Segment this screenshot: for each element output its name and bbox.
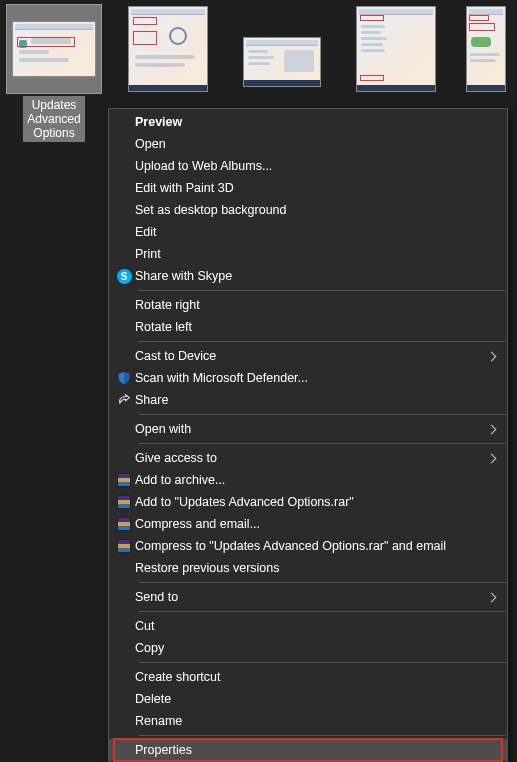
- menu-create-shortcut[interactable]: Create shortcut: [109, 666, 507, 688]
- menu-compress-rar-email[interactable]: Compress to "Updates Advanced Options.ra…: [109, 535, 507, 557]
- menu-restore-versions[interactable]: Restore previous versions: [109, 557, 507, 579]
- thumbnail-label: Updates Advanced Options: [23, 96, 84, 142]
- thumbnail-image: [12, 21, 96, 77]
- menu-label: Restore previous versions: [135, 561, 499, 575]
- menu-label: Preview: [135, 115, 499, 129]
- winrar-icon: [117, 517, 131, 531]
- menu-send-to[interactable]: Send to: [109, 586, 507, 608]
- winrar-icon: [117, 473, 131, 487]
- menu-label: Rotate right: [135, 298, 499, 312]
- menu-label: Upload to Web Albums...: [135, 159, 499, 173]
- menu-set-wallpaper[interactable]: Set as desktop background: [109, 199, 507, 221]
- menu-separator: [139, 341, 506, 342]
- chevron-right-icon: [487, 424, 497, 434]
- thumbnail-image: [128, 6, 208, 92]
- menu-label: Edit: [135, 225, 499, 239]
- thumbnail-image: [356, 6, 436, 92]
- thumbnail-image: [243, 37, 321, 87]
- menu-copy[interactable]: Copy: [109, 637, 507, 659]
- menu-label: Copy: [135, 641, 499, 655]
- menu-label: Share: [135, 393, 499, 407]
- menu-label: Rotate left: [135, 320, 499, 334]
- menu-label: Scan with Microsoft Defender...: [135, 371, 499, 385]
- menu-add-to-archive[interactable]: Add to archive...: [109, 469, 507, 491]
- thumbnail-item[interactable]: [462, 4, 510, 94]
- menu-label: Compress to "Updates Advanced Options.ra…: [135, 539, 499, 553]
- winrar-icon: [117, 495, 131, 509]
- chevron-right-icon: [487, 453, 497, 463]
- winrar-icon: [117, 539, 131, 553]
- shield-icon: [117, 371, 131, 385]
- menu-cast-to-device[interactable]: Cast to Device: [109, 345, 507, 367]
- menu-separator: [139, 414, 506, 415]
- menu-label: Edit with Paint 3D: [135, 181, 499, 195]
- menu-label: Set as desktop background: [135, 203, 499, 217]
- menu-give-access-to[interactable]: Give access to: [109, 447, 507, 469]
- menu-label: Open with: [135, 422, 488, 436]
- menu-label: Create shortcut: [135, 670, 499, 684]
- menu-edit[interactable]: Edit: [109, 221, 507, 243]
- chevron-right-icon: [487, 592, 497, 602]
- menu-preview[interactable]: Preview: [109, 111, 507, 133]
- menu-separator: [139, 662, 506, 663]
- skype-icon: [117, 269, 132, 284]
- thumbnail-item[interactable]: [234, 4, 330, 94]
- menu-compress-email[interactable]: Compress and email...: [109, 513, 507, 535]
- menu-label: Send to: [135, 590, 488, 604]
- menu-label: Delete: [135, 692, 499, 706]
- menu-label: Share with Skype: [135, 269, 499, 283]
- menu-open[interactable]: Open: [109, 133, 507, 155]
- thumbnail-item[interactable]: [120, 4, 216, 94]
- menu-separator: [139, 735, 506, 736]
- thumbnail-item[interactable]: [348, 4, 444, 94]
- menu-rename[interactable]: Rename: [109, 710, 507, 732]
- menu-label: Add to archive...: [135, 473, 499, 487]
- menu-upload-web-albums[interactable]: Upload to Web Albums...: [109, 155, 507, 177]
- menu-delete[interactable]: Delete: [109, 688, 507, 710]
- menu-label: Give access to: [135, 451, 488, 465]
- menu-print[interactable]: Print: [109, 243, 507, 265]
- menu-label: Open: [135, 137, 499, 151]
- share-icon: [117, 393, 131, 407]
- menu-separator: [139, 611, 506, 612]
- menu-label: Cut: [135, 619, 499, 633]
- context-menu: Preview Open Upload to Web Albums... Edi…: [108, 108, 508, 762]
- thumbnail-selected[interactable]: Updates Advanced Options: [6, 4, 102, 142]
- menu-rotate-right[interactable]: Rotate right: [109, 294, 507, 316]
- menu-share[interactable]: Share: [109, 389, 507, 411]
- menu-label: Properties: [135, 743, 499, 757]
- menu-label: Cast to Device: [135, 349, 488, 363]
- menu-cut[interactable]: Cut: [109, 615, 507, 637]
- menu-label: Add to "Updates Advanced Options.rar": [135, 495, 499, 509]
- menu-separator: [139, 290, 506, 291]
- chevron-right-icon: [487, 351, 497, 361]
- menu-label: Compress and email...: [135, 517, 499, 531]
- menu-separator: [139, 443, 506, 444]
- menu-rotate-left[interactable]: Rotate left: [109, 316, 507, 338]
- menu-label: Print: [135, 247, 499, 261]
- menu-edit-paint3d[interactable]: Edit with Paint 3D: [109, 177, 507, 199]
- menu-share-skype[interactable]: Share with Skype: [109, 265, 507, 287]
- menu-add-to-rar[interactable]: Add to "Updates Advanced Options.rar": [109, 491, 507, 513]
- menu-open-with[interactable]: Open with: [109, 418, 507, 440]
- menu-label: Rename: [135, 714, 499, 728]
- menu-properties[interactable]: Properties: [109, 739, 507, 761]
- menu-separator: [139, 582, 506, 583]
- menu-scan-defender[interactable]: Scan with Microsoft Defender...: [109, 367, 507, 389]
- thumbnail-image: [466, 6, 506, 92]
